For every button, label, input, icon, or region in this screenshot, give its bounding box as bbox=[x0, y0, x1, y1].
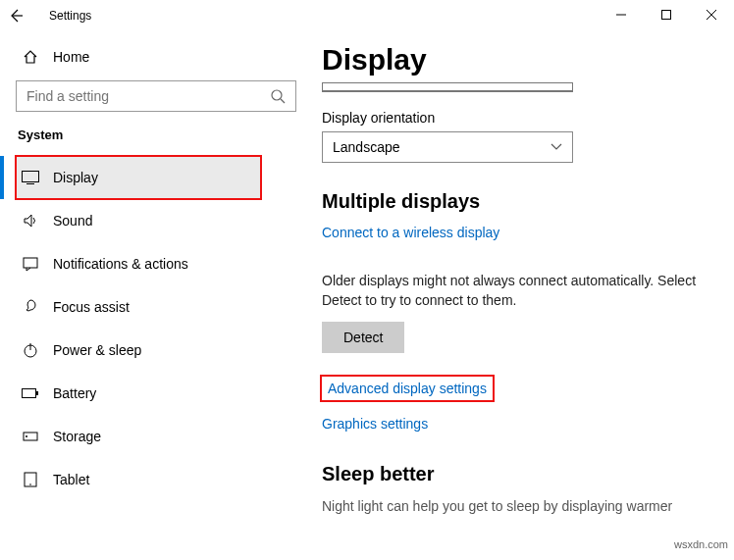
graphics-settings-link[interactable]: Graphics settings bbox=[322, 416, 428, 432]
tablet-icon bbox=[22, 472, 39, 487]
sidebar-item-storage[interactable]: Storage bbox=[16, 415, 261, 458]
search-field[interactable] bbox=[26, 88, 270, 104]
focus-assist-icon bbox=[22, 299, 39, 315]
sidebar-item-label: Power & sleep bbox=[53, 342, 141, 358]
svg-rect-7 bbox=[23, 172, 39, 182]
sidebar-item-label: Storage bbox=[53, 429, 101, 444]
close-button[interactable] bbox=[689, 0, 734, 29]
sleep-better-desc: Night light can help you get to sleep by… bbox=[322, 497, 710, 517]
advanced-display-settings-link[interactable]: Advanced display settings bbox=[328, 381, 487, 396]
search-icon bbox=[270, 88, 286, 104]
wireless-display-link[interactable]: Connect to a wireless display bbox=[322, 225, 499, 240]
sidebar-home-label: Home bbox=[53, 49, 89, 65]
home-icon bbox=[22, 49, 39, 65]
sound-icon bbox=[22, 213, 39, 229]
sidebar-item-label: Battery bbox=[53, 385, 96, 401]
svg-rect-9 bbox=[24, 258, 37, 268]
sidebar-item-label: Tablet bbox=[53, 472, 89, 487]
svg-line-6 bbox=[281, 99, 285, 103]
sidebar-section-label: System bbox=[16, 127, 304, 156]
sleep-better-heading: Sleep better bbox=[322, 463, 710, 485]
notifications-icon bbox=[22, 256, 39, 272]
multiple-displays-heading: Multiple displays bbox=[322, 190, 710, 213]
sidebar-home[interactable]: Home bbox=[16, 41, 304, 76]
minimize-button[interactable] bbox=[599, 0, 644, 29]
sidebar-item-power-sleep[interactable]: Power & sleep bbox=[16, 329, 261, 372]
chevron-down-icon bbox=[550, 143, 562, 151]
svg-rect-12 bbox=[23, 389, 36, 398]
svg-point-17 bbox=[29, 484, 31, 485]
sidebar-item-label: Display bbox=[53, 170, 98, 185]
older-displays-desc: Older displays might not always connect … bbox=[322, 272, 710, 310]
power-icon bbox=[22, 342, 39, 358]
sidebar-item-label: Sound bbox=[53, 213, 92, 229]
svg-point-15 bbox=[26, 435, 27, 437]
sidebar-item-label: Focus assist bbox=[53, 299, 130, 315]
sidebar-item-label: Notifications & actions bbox=[53, 256, 188, 272]
battery-icon bbox=[22, 387, 39, 399]
svg-rect-13 bbox=[36, 391, 38, 395]
sidebar-item-notifications[interactable]: Notifications & actions bbox=[16, 242, 261, 285]
brightness-slider[interactable] bbox=[322, 82, 573, 92]
display-icon bbox=[22, 171, 39, 184]
sidebar-item-focus-assist[interactable]: Focus assist bbox=[16, 285, 261, 329]
back-button[interactable] bbox=[8, 8, 39, 24]
orientation-dropdown[interactable]: Landscape bbox=[322, 131, 573, 163]
sidebar-item-display[interactable]: Display bbox=[16, 156, 261, 199]
orientation-value: Landscape bbox=[333, 139, 400, 155]
svg-point-5 bbox=[272, 90, 282, 100]
sidebar-item-sound[interactable]: Sound bbox=[16, 199, 261, 242]
svg-rect-2 bbox=[662, 11, 671, 20]
orientation-label: Display orientation bbox=[322, 110, 710, 126]
window-title: Settings bbox=[39, 9, 91, 23]
maximize-button[interactable] bbox=[644, 0, 689, 29]
page-title: Display bbox=[322, 43, 710, 76]
watermark: wsxdn.com bbox=[674, 538, 728, 550]
sidebar-item-tablet[interactable]: Tablet bbox=[16, 458, 261, 501]
content-pane: Display Display orientation Landscape Mu… bbox=[304, 31, 734, 560]
search-input[interactable] bbox=[16, 80, 296, 112]
sidebar: Home System Display Sound Notifications … bbox=[0, 31, 304, 560]
storage-icon bbox=[22, 429, 39, 444]
sidebar-item-battery[interactable]: Battery bbox=[16, 372, 261, 415]
detect-button[interactable]: Detect bbox=[322, 322, 404, 353]
